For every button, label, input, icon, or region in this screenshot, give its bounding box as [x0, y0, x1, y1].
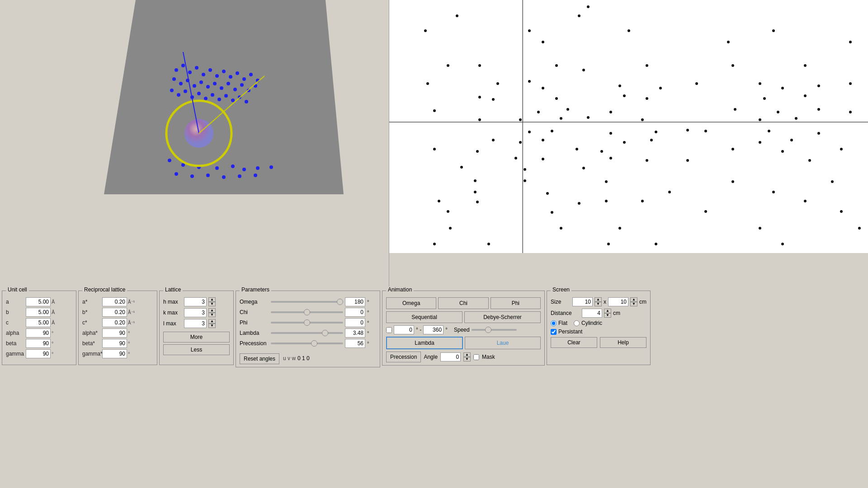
persistant-checkbox[interactable]: [551, 329, 557, 335]
omega-value[interactable]: [345, 297, 365, 306]
diff-spot: [858, 227, 861, 230]
lambda-value[interactable]: [345, 328, 365, 338]
recip-astar-input[interactable]: [102, 297, 127, 306]
size-x-input[interactable]: [572, 297, 593, 306]
lambda-button[interactable]: Lambda: [386, 337, 463, 349]
param-a-input[interactable]: [26, 297, 51, 306]
size-row: Size ▲ ▼ x ▲ ▼ cm: [551, 297, 646, 306]
angle-up[interactable]: ▲: [463, 352, 471, 357]
size-y-input[interactable]: [608, 297, 628, 306]
diff-spot: [551, 211, 553, 214]
omega-thumb[interactable]: [337, 299, 343, 305]
speed-thumb[interactable]: [485, 327, 491, 333]
precession-thumb[interactable]: [311, 340, 317, 347]
distance-input[interactable]: [582, 309, 602, 318]
flat-label: Flat: [558, 320, 567, 326]
help-button[interactable]: Help: [600, 337, 646, 348]
omega-track[interactable]: [271, 301, 343, 303]
cylindric-option[interactable]: Cylindric: [574, 320, 602, 326]
angle-spinner[interactable]: ▲ ▼: [463, 352, 471, 361]
debye-scherrer-button[interactable]: Debye-Scherrer: [464, 311, 541, 323]
3d-view: [0, 0, 389, 287]
param-beta-input[interactable]: [26, 339, 51, 348]
kmax-down[interactable]: ▼: [208, 313, 216, 317]
param-c-input[interactable]: [26, 318, 51, 327]
lambda-thumb[interactable]: [322, 330, 328, 336]
clear-button[interactable]: Clear: [551, 337, 597, 348]
recip-gammastar-input[interactable]: [102, 349, 127, 358]
sequential-button[interactable]: Sequential: [386, 311, 462, 323]
lattice-dot: [224, 94, 228, 98]
clear-help-row: Clear Help: [551, 337, 646, 348]
precession-anim-button[interactable]: Precession: [386, 352, 421, 362]
size-x-up[interactable]: ▲: [594, 297, 602, 302]
laue-button[interactable]: Laue: [465, 337, 541, 349]
diff-spot: [804, 64, 807, 67]
lmax-input[interactable]: [184, 319, 207, 328]
phi-row: Phi °: [240, 318, 376, 327]
size-y-spinner[interactable]: ▲ ▼: [630, 297, 637, 306]
chi-track[interactable]: [271, 311, 343, 313]
less-button[interactable]: Less: [163, 344, 230, 355]
param-gamma-input[interactable]: [26, 349, 51, 358]
recip-bstar-unit: Å⁻¹: [128, 310, 136, 315]
recip-bstar-input[interactable]: [102, 308, 127, 317]
diff-spot: [514, 157, 517, 160]
precession-track[interactable]: [271, 343, 343, 344]
lattice-dot: [238, 174, 241, 178]
distance-up[interactable]: ▲: [604, 309, 611, 313]
reset-angles-button[interactable]: Reset angles: [240, 353, 279, 364]
angle-down[interactable]: ▼: [463, 357, 471, 361]
recip-alphastar-unit: °: [128, 330, 136, 336]
more-button[interactable]: More: [163, 332, 230, 343]
recip-cstar-input[interactable]: [102, 318, 127, 327]
range-to-input[interactable]: [423, 325, 443, 334]
param-gamma-label: gamma: [6, 351, 25, 357]
lmax-down[interactable]: ▼: [208, 324, 216, 328]
phi-anim-button[interactable]: Phi: [491, 297, 541, 309]
chi-value[interactable]: [345, 308, 365, 317]
size-label: Size: [551, 299, 571, 305]
flat-radio[interactable]: [551, 320, 557, 326]
speed-slider[interactable]: [472, 329, 517, 331]
mask-checkbox[interactable]: [473, 354, 479, 360]
cylindric-radio[interactable]: [574, 320, 580, 326]
lambda-track[interactable]: [271, 332, 343, 334]
lmax-up[interactable]: ▲: [208, 319, 216, 324]
phi-track[interactable]: [271, 322, 343, 324]
param-alpha-input[interactable]: [26, 328, 51, 338]
diff-spot: [759, 82, 761, 85]
kmax-up[interactable]: ▲: [208, 308, 216, 313]
distance-down[interactable]: ▼: [604, 313, 611, 318]
range-from-input[interactable]: [394, 325, 414, 334]
angle-spin-input[interactable]: [440, 352, 461, 361]
range-checkbox[interactable]: [386, 327, 392, 333]
param-b-input[interactable]: [26, 308, 51, 317]
hmax-input[interactable]: [184, 297, 207, 306]
hmax-spinner[interactable]: ▲ ▼: [208, 297, 216, 306]
chi-anim-button[interactable]: Chi: [438, 297, 488, 309]
phi-value[interactable]: [345, 318, 365, 327]
precession-value[interactable]: [345, 339, 365, 348]
diff-spot: [759, 141, 761, 144]
size-x-spinner[interactable]: ▲ ▼: [594, 297, 602, 306]
recip-alphastar-input[interactable]: [102, 328, 127, 338]
kmax-input[interactable]: [184, 308, 207, 317]
flat-option[interactable]: Flat: [551, 320, 567, 326]
size-x-down[interactable]: ▼: [594, 302, 602, 306]
size-y-up[interactable]: ▲: [630, 297, 637, 302]
diff-spot: [474, 179, 476, 182]
kmax-spinner[interactable]: ▲ ▼: [208, 308, 216, 317]
lattice-dot: [269, 165, 273, 169]
diff-spot: [528, 131, 531, 133]
size-y-down[interactable]: ▼: [630, 302, 637, 306]
hmax-down[interactable]: ▼: [208, 302, 216, 306]
chi-thumb[interactable]: [304, 309, 310, 315]
diff-spot: [433, 109, 436, 112]
omega-anim-button[interactable]: Omega: [386, 297, 436, 309]
hmax-up[interactable]: ▲: [208, 297, 216, 302]
phi-thumb[interactable]: [304, 319, 310, 326]
distance-spinner[interactable]: ▲ ▼: [604, 309, 611, 318]
lmax-spinner[interactable]: ▲ ▼: [208, 319, 216, 328]
recip-betastar-input[interactable]: [102, 339, 127, 348]
